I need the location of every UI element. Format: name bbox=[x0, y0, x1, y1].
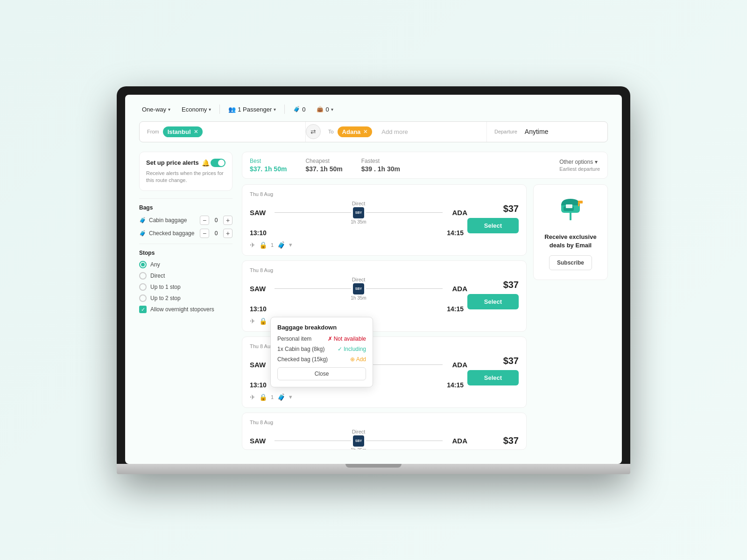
cabin-bag-increment[interactable]: + bbox=[223, 216, 233, 225]
route-line-left bbox=[275, 212, 351, 213]
flight-1-route: SAW Direct SBY bbox=[250, 201, 467, 224]
stops-up1-radio[interactable] bbox=[139, 283, 147, 291]
cabin-bag-icon: 🧳 bbox=[139, 217, 146, 224]
checked-bag-item-label: Checked bag (15kg) bbox=[277, 356, 328, 363]
checked-baggage-row: 🧳 Checked baggage − 0 + bbox=[139, 229, 233, 238]
stops-any-option[interactable]: Any bbox=[139, 261, 233, 268]
overnight-label: Allow overnight stopovers bbox=[150, 306, 214, 313]
checked-bag-count: 0 bbox=[213, 230, 219, 237]
to-city-remove[interactable]: ✕ bbox=[363, 129, 367, 135]
stops-direct-option[interactable]: Direct bbox=[139, 272, 233, 280]
tab-cheapest[interactable]: Cheapest $37. 1h 50m bbox=[305, 158, 342, 173]
subscribe-button[interactable]: Subscribe bbox=[549, 255, 592, 270]
cabin-class-dropdown[interactable]: Economy ▾ bbox=[179, 104, 214, 115]
checked-bag-label: Checked baggage bbox=[149, 230, 194, 237]
bags2-count: 0 bbox=[325, 106, 329, 113]
trip-type-dropdown[interactable]: One-way ▾ bbox=[139, 104, 173, 115]
flight-4-date: Thu 8 Aug bbox=[250, 420, 519, 425]
tab-fastest-value: $39 . 1h 30m bbox=[361, 165, 400, 173]
tab-cheapest-label: Cheapest bbox=[305, 158, 342, 164]
flight-3-select-btn[interactable]: Select bbox=[467, 370, 519, 385]
cabin-class-label: Economy bbox=[182, 106, 207, 113]
overnight-row[interactable]: Allow overnight stopovers bbox=[139, 306, 233, 313]
laptop-base bbox=[117, 464, 630, 474]
cabin-bag-label: Cabin baggage bbox=[149, 217, 187, 224]
plane-icon-3: ✈ bbox=[250, 393, 255, 401]
flight-2-price-area: $37 Select bbox=[467, 280, 519, 309]
flight-3-from-time: 13:10 bbox=[250, 381, 267, 389]
departure-value: Anytime bbox=[525, 128, 549, 135]
bags1-dropdown[interactable]: 🧳 0 bbox=[290, 104, 308, 115]
checked-bag-icon: 🧳 bbox=[139, 230, 146, 237]
to-segment: To Adana ✕ Add more bbox=[321, 122, 487, 142]
cabin-baggage-row: 🧳 Cabin baggage − 0 + bbox=[139, 216, 233, 225]
flight-1-select-btn[interactable]: Select bbox=[467, 218, 519, 233]
flight-2-date: Thu 8 Aug bbox=[250, 267, 519, 273]
flight-4-duration: 1h 35m bbox=[351, 448, 366, 450]
from-city-tag[interactable]: Istanbul ✕ bbox=[163, 126, 203, 137]
stops-any-radio[interactable] bbox=[139, 261, 147, 268]
flight-2-from-time: 13:10 bbox=[250, 305, 267, 313]
from-city-remove[interactable]: ✕ bbox=[194, 129, 198, 135]
stops-up2-radio[interactable] bbox=[139, 294, 147, 302]
airline-logo-2: SBY bbox=[353, 283, 364, 294]
tab-cheapest-value: $37. 1h 50m bbox=[305, 165, 342, 173]
flight-1-price: $37 bbox=[503, 203, 519, 214]
flight-1-type: Direct bbox=[352, 201, 366, 206]
tab-fastest-label: Fastest bbox=[361, 158, 400, 164]
price-alert-title: Set up price alerts 🔔 bbox=[146, 159, 210, 167]
passengers-dropdown[interactable]: 👥 1 Passenger ▾ bbox=[226, 104, 279, 115]
swap-button[interactable]: ⇄ bbox=[306, 124, 321, 139]
passengers-chevron: ▾ bbox=[274, 107, 276, 112]
cabin-bag-decrement[interactable]: − bbox=[200, 216, 209, 225]
departure-segment[interactable]: Departure Anytime bbox=[487, 123, 607, 140]
flight-2-route: SAW Direct SBY bbox=[250, 277, 467, 301]
flight-2-price: $37 bbox=[503, 280, 519, 290]
chevron-down-icon-1[interactable]: ▾ bbox=[289, 241, 292, 248]
flight-2-select-btn[interactable]: Select bbox=[467, 294, 519, 309]
tab-best-value: $37. 1h 50m bbox=[250, 165, 287, 173]
stops-any-label: Any bbox=[150, 261, 160, 268]
to-label: To bbox=[328, 129, 334, 134]
bags2-chevron: ▾ bbox=[331, 107, 333, 112]
flight-3-to-code: ADA bbox=[446, 361, 467, 369]
stops-up2-option[interactable]: Up to 2 stop bbox=[139, 294, 233, 302]
flight-2-to-time: 14:15 bbox=[447, 305, 464, 313]
passengers-label: 1 Passenger bbox=[238, 106, 272, 113]
flight-3-icons: ✈ 🔒 1 🧳 ▾ bbox=[250, 393, 519, 401]
bell-icon: 🔔 bbox=[202, 159, 210, 167]
search-bar: From Istanbul ✕ ⇄ To Adana ✕ Add m bbox=[139, 121, 608, 142]
close-popup-button[interactable]: Close bbox=[277, 367, 366, 380]
plane-icon-1: ✈ bbox=[250, 241, 255, 249]
trip-type-chevron: ▾ bbox=[168, 107, 170, 112]
bags2-dropdown[interactable]: 👜 0 ▾ bbox=[314, 104, 336, 115]
stops-direct-radio[interactable] bbox=[139, 272, 147, 280]
flight-4-to-code: ADA bbox=[446, 437, 467, 445]
flight-2-type: Direct bbox=[352, 277, 366, 282]
from-city-name: Istanbul bbox=[168, 128, 191, 135]
checked-bag-decrement[interactable]: − bbox=[200, 229, 209, 238]
price-alert-toggle[interactable] bbox=[211, 159, 226, 167]
to-city-name: Adana bbox=[342, 128, 361, 135]
tab-fastest[interactable]: Fastest $39 . 1h 30m bbox=[361, 158, 400, 173]
route-line-right-2 bbox=[366, 288, 443, 289]
checked-bag-status[interactable]: ⊕ Add bbox=[350, 356, 366, 363]
tab-other[interactable]: Other options ▾ Earliest departure bbox=[559, 159, 600, 172]
bags-section: Bags 🧳 Cabin baggage − 0 + bbox=[139, 204, 233, 238]
flight-2-duration: 1h 35m bbox=[351, 295, 366, 301]
baggage-popup-title: Baggage breakdown bbox=[277, 324, 366, 331]
tab-best[interactable]: Best $37. 1h 50m bbox=[250, 158, 287, 173]
flight-1-to-code: ADA bbox=[446, 209, 467, 217]
bags1-count: 0 bbox=[302, 106, 305, 113]
chevron-down-icon-3[interactable]: ▾ bbox=[289, 393, 292, 400]
flight-1-from-time: 13:10 bbox=[250, 229, 267, 237]
to-city-tag[interactable]: Adana ✕ bbox=[338, 126, 373, 137]
cabin-bag-counter: − 0 + bbox=[200, 216, 233, 225]
bag-icon-1: 🧳 bbox=[277, 241, 285, 249]
stops-up1-option[interactable]: Up to 1 stop bbox=[139, 283, 233, 291]
checked-bag-increment[interactable]: + bbox=[223, 229, 233, 238]
tab-other-label: Other options bbox=[559, 159, 593, 165]
overnight-checkbox[interactable] bbox=[139, 306, 147, 313]
add-more-link[interactable]: Add more bbox=[381, 128, 408, 135]
num-badge-1: 1 bbox=[271, 242, 274, 248]
